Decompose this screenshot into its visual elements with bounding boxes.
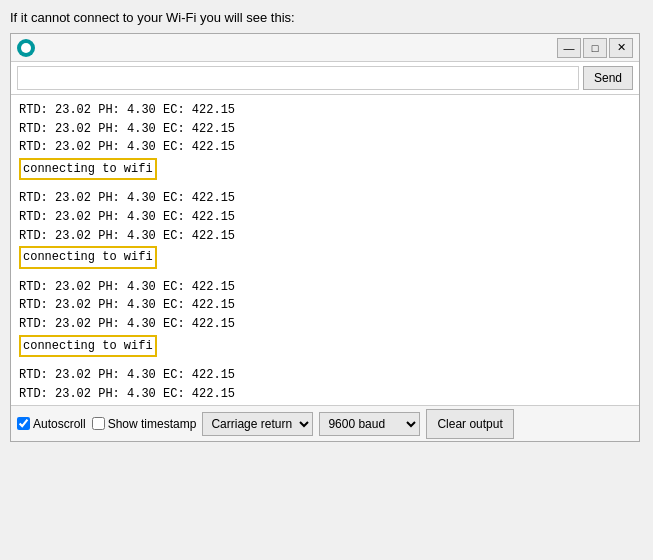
arduino-serial-window: — □ ✕ Send RTD: 23.02 PH: 4.30 EC: 422.1… bbox=[10, 33, 640, 442]
baud-rate-dropdown[interactable]: 300 baud1200 baud2400 baud4800 baud9600 … bbox=[319, 412, 420, 436]
clear-output-button[interactable]: Clear output bbox=[426, 409, 513, 439]
maximize-button[interactable]: □ bbox=[583, 38, 607, 58]
autoscroll-text: Autoscroll bbox=[33, 417, 86, 431]
arduino-logo-inner bbox=[21, 43, 31, 53]
status-bar: Autoscroll Show timestamp Carriage retur… bbox=[11, 405, 639, 441]
serial-output-area: RTD: 23.02 PH: 4.30 EC: 422.15RTD: 23.02… bbox=[11, 95, 639, 405]
title-bar: — □ ✕ bbox=[11, 34, 639, 62]
serial-input[interactable] bbox=[17, 66, 579, 90]
timestamp-text: Show timestamp bbox=[108, 417, 197, 431]
timestamp-label[interactable]: Show timestamp bbox=[92, 417, 197, 431]
arduino-logo bbox=[17, 39, 35, 57]
autoscroll-checkbox[interactable] bbox=[17, 417, 30, 430]
send-button[interactable]: Send bbox=[583, 66, 633, 90]
autoscroll-label[interactable]: Autoscroll bbox=[17, 417, 86, 431]
timestamp-checkbox[interactable] bbox=[92, 417, 105, 430]
carriage-return-dropdown[interactable]: Carriage return bbox=[202, 412, 313, 436]
intro-text: If it cannot connect to your Wi-Fi you w… bbox=[10, 10, 643, 25]
minimize-button[interactable]: — bbox=[557, 38, 581, 58]
close-button[interactable]: ✕ bbox=[609, 38, 633, 58]
toolbar: Send bbox=[11, 62, 639, 95]
